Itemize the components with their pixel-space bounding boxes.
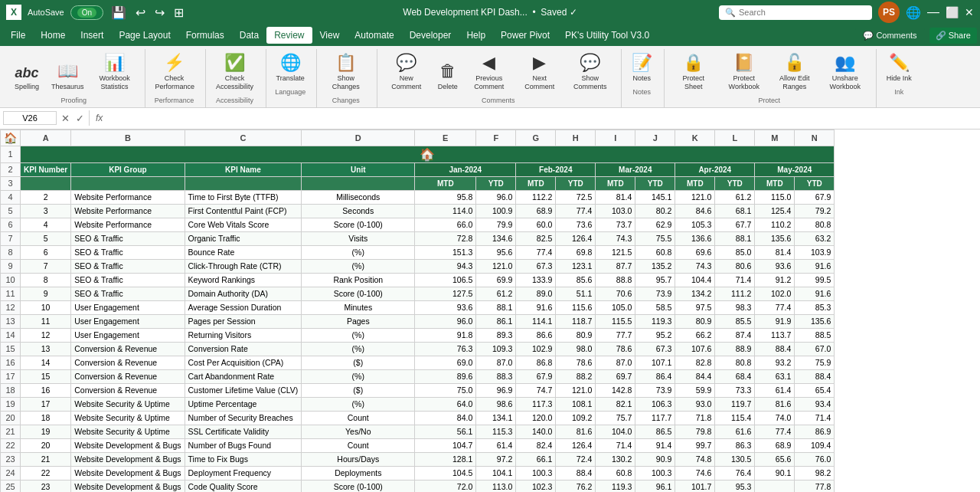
- cell[interactable]: 80.8: [715, 356, 755, 369]
- cell[interactable]: 96.9: [476, 383, 516, 397]
- cell[interactable]: 74.6: [675, 466, 715, 480]
- cell[interactable]: 97.2: [476, 452, 516, 466]
- cell[interactable]: 125.4: [755, 204, 795, 218]
- cell[interactable]: 135.2: [635, 259, 675, 273]
- cell[interactable]: 95.7: [635, 273, 675, 287]
- cell[interactable]: User Engagement: [71, 300, 185, 314]
- menu-home[interactable]: Home: [33, 27, 73, 44]
- menu-insert[interactable]: Insert: [73, 27, 111, 44]
- cell[interactable]: 72.8: [415, 231, 476, 245]
- cell[interactable]: 11: [21, 314, 71, 328]
- cell[interactable]: Number of Bugs Found: [185, 438, 302, 452]
- cell[interactable]: Rank Position: [302, 273, 415, 287]
- cell[interactable]: Bounce Rate: [185, 245, 302, 259]
- autosave-state[interactable]: On: [77, 8, 96, 18]
- cell[interactable]: 88.1: [715, 231, 755, 245]
- cell[interactable]: 115.3: [476, 425, 516, 438]
- menu-pks-utility[interactable]: PK's Utility Tool V3.0: [557, 27, 657, 44]
- cell[interactable]: 81.4: [755, 245, 795, 259]
- cell[interactable]: 104.0: [596, 425, 635, 438]
- cell[interactable]: 69.0: [415, 356, 476, 369]
- cell[interactable]: 104.5: [415, 466, 476, 480]
- cell[interactable]: 79.8: [675, 425, 715, 438]
- thesaurus-button[interactable]: 📖 Thesaurus: [46, 57, 90, 95]
- cell[interactable]: 78.6: [556, 356, 596, 369]
- cell[interactable]: 135.6: [755, 231, 795, 245]
- cell[interactable]: 88.4: [755, 342, 795, 356]
- cell[interactable]: 136.6: [675, 231, 715, 245]
- cell[interactable]: 135.6: [795, 314, 835, 328]
- cell[interactable]: 14: [21, 356, 71, 369]
- cell[interactable]: 119.7: [715, 397, 755, 411]
- cell[interactable]: Score (0-100): [302, 287, 415, 300]
- cell[interactable]: 15: [21, 369, 71, 383]
- cell[interactable]: 103.9: [795, 245, 835, 259]
- show-changes-button[interactable]: 📋 Show Changes: [322, 49, 371, 95]
- cell[interactable]: 80.2: [635, 204, 675, 218]
- hide-ink-button[interactable]: ✏️ Hide Ink: [881, 49, 917, 87]
- cell[interactable]: 80.9: [556, 328, 596, 342]
- cell[interactable]: 86.4: [635, 369, 675, 383]
- cell[interactable]: Visits: [302, 231, 415, 245]
- cell[interactable]: 105.3: [675, 218, 715, 231]
- cell[interactable]: 121.5: [596, 245, 635, 259]
- cell[interactable]: 88.1: [476, 300, 516, 314]
- cell[interactable]: 100.3: [635, 466, 675, 480]
- protect-workbook-button[interactable]: 📔 Protect Workbook: [720, 49, 769, 95]
- cell[interactable]: Conversion & Revenue: [71, 369, 185, 383]
- cell[interactable]: Website Development & Bugs: [71, 438, 185, 452]
- cell[interactable]: 100.3: [516, 466, 556, 480]
- cell[interactable]: 104.1: [476, 466, 516, 480]
- cell[interactable]: Cost Per Acquisition (CPA): [185, 356, 302, 369]
- cell[interactable]: 69.9: [476, 273, 516, 287]
- cell[interactable]: (%): [302, 245, 415, 259]
- restore-icon[interactable]: ⬜: [946, 6, 959, 18]
- cell[interactable]: 95.2: [635, 328, 675, 342]
- menu-power-pivot[interactable]: Power Pivot: [493, 27, 557, 44]
- cell[interactable]: Domain Authority (DA): [185, 287, 302, 300]
- minimize-icon[interactable]: —: [927, 5, 939, 19]
- col-header-m[interactable]: M: [755, 130, 795, 146]
- cell[interactable]: 98.6: [476, 397, 516, 411]
- cell[interactable]: 77.8: [795, 480, 835, 492]
- cell[interactable]: 102.3: [516, 480, 556, 492]
- cell[interactable]: 67.0: [795, 342, 835, 356]
- cell[interactable]: 97.5: [675, 300, 715, 314]
- cell[interactable]: Code Quality Score: [185, 480, 302, 492]
- cell[interactable]: 121.0: [556, 383, 596, 397]
- cell[interactable]: Yes/No: [302, 425, 415, 438]
- cell[interactable]: 88.5: [795, 328, 835, 342]
- cell[interactable]: 142.8: [596, 383, 635, 397]
- cell[interactable]: 82.4: [516, 438, 556, 452]
- cell[interactable]: 71.4: [795, 411, 835, 425]
- cell[interactable]: 91.4: [635, 438, 675, 452]
- save-button[interactable]: 💾: [109, 4, 128, 21]
- cell[interactable]: 85.3: [795, 300, 835, 314]
- cell[interactable]: 87.4: [715, 328, 755, 342]
- cell[interactable]: Website Security & Uptime: [71, 425, 185, 438]
- cell[interactable]: SEO & Traffic: [71, 287, 185, 300]
- cell[interactable]: 104.4: [675, 273, 715, 287]
- cell[interactable]: 86.5: [635, 425, 675, 438]
- cell[interactable]: 88.4: [795, 369, 835, 383]
- cell[interactable]: 91.6: [516, 300, 556, 314]
- cell[interactable]: 88.3: [476, 369, 516, 383]
- cell[interactable]: 89.0: [516, 287, 556, 300]
- cell[interactable]: 98.0: [556, 342, 596, 356]
- cell[interactable]: (%): [302, 397, 415, 411]
- cell[interactable]: 98.2: [795, 466, 835, 480]
- allow-edit-ranges-button[interactable]: 🔓 Allow Edit Ranges: [770, 49, 819, 95]
- cell[interactable]: 67.3: [516, 259, 556, 273]
- cell[interactable]: First Contentful Paint (FCP): [185, 204, 302, 218]
- translate-button[interactable]: 🌐 Translate: [271, 49, 310, 87]
- confirm-formula-button[interactable]: ✓: [74, 111, 86, 126]
- cell[interactable]: 134.1: [476, 411, 516, 425]
- col-header-a[interactable]: A: [21, 130, 71, 146]
- cell[interactable]: 109.3: [476, 342, 516, 356]
- cell[interactable]: 4: [21, 218, 71, 231]
- cell[interactable]: 61.2: [476, 287, 516, 300]
- cell[interactable]: 86.3: [715, 438, 755, 452]
- cell[interactable]: 84.6: [675, 204, 715, 218]
- cell[interactable]: 130.2: [596, 452, 635, 466]
- cell[interactable]: 101.7: [675, 480, 715, 492]
